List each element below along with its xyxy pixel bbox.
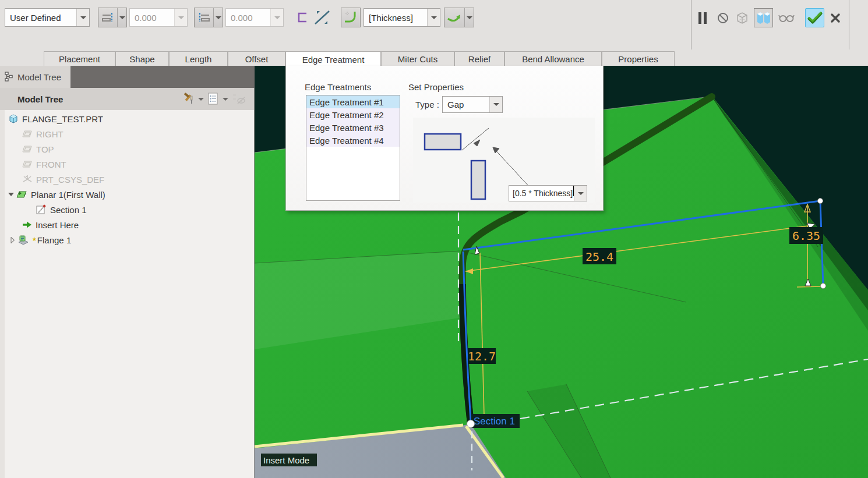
tree-row-flange[interactable]: * Flange 1 [8, 232, 71, 247]
chevron-down-icon[interactable] [213, 8, 223, 27]
length-start-split-button[interactable] [194, 8, 223, 27]
tab-bend-allowance[interactable]: Bend Allowance [504, 51, 602, 66]
bend-radius-icon[interactable] [341, 8, 360, 27]
pause-icon[interactable] [696, 10, 710, 26]
chevron-down-icon[interactable] [464, 8, 474, 27]
model-tree-panel: Model Tree Model Tree FLANGE_TEST.PRT [0, 66, 255, 478]
tree-row-part[interactable]: FLANGE_TEST.PRT [7, 111, 103, 126]
profile-vertex-handle[interactable] [818, 199, 823, 204]
tree-settings-icon[interactable] [207, 93, 219, 105]
length1-input[interactable]: 0.000 [129, 8, 188, 27]
edge-treatments-label: Edge Treatments [305, 82, 371, 92]
tree-icon [5, 72, 13, 82]
tree-row-csys[interactable]: PRT_CSYS_DEF [21, 172, 104, 187]
open-profile-icon[interactable] [295, 10, 311, 24]
chevron-down-icon[interactable] [489, 97, 502, 112]
tree-row-insert-here[interactable]: Insert Here [21, 217, 79, 232]
tree-label[interactable]: Insert Here [36, 220, 79, 230]
no-preview-icon[interactable] [717, 12, 729, 24]
edge-treatment-item[interactable]: Edge Treatment #2 [306, 108, 400, 121]
bend-radius-combo[interactable]: [Thickness] [364, 8, 440, 27]
plate-vertical [471, 161, 485, 199]
edge-treatment-panel: Edge Treatments Edge Treatment #1 Edge T… [285, 66, 604, 211]
edge-treatment-item[interactable]: Edge Treatment #4 [306, 134, 400, 147]
model-tree-tab-label: Model Tree [17, 72, 61, 82]
profile-vertex-handle[interactable] [821, 284, 826, 289]
ok-check-icon[interactable] [805, 8, 824, 27]
bend-relief-icon[interactable] [444, 8, 464, 27]
length1-value: 0.000 [130, 9, 174, 26]
chevron-down-icon[interactable] [198, 98, 204, 101]
tab-properties[interactable]: Properties [602, 51, 675, 66]
tab-relief[interactable]: Relief [454, 51, 504, 66]
tree-label[interactable]: RIGHT [36, 129, 63, 139]
verify-glasses-icon[interactable] [778, 12, 795, 24]
length-end-split-button[interactable] [98, 8, 127, 27]
collapse-triangle-icon[interactable] [7, 192, 15, 197]
datum-plane-icon [22, 160, 33, 168]
tree-label[interactable]: PRT_CSYS_DEF [36, 175, 104, 185]
type-combo[interactable]: Gap [442, 96, 503, 113]
length2-input[interactable]: 0.000 [225, 8, 284, 27]
tree-row-datum-top[interactable]: TOP [21, 141, 54, 157]
datum-plane-icon [22, 145, 33, 153]
tab-shape[interactable]: Shape [115, 51, 169, 66]
flip-direction-icon[interactable] [312, 8, 332, 27]
modified-asterisk: * [33, 235, 36, 245]
planar-wall-icon [16, 190, 27, 199]
chevron-down-icon[interactable] [574, 186, 587, 201]
tab-length[interactable]: Length [169, 51, 228, 66]
dim-gap-label[interactable]: 6.35 [792, 229, 820, 243]
edge-treatments-listbox[interactable]: Edge Treatment #1 Edge Treatment #2 Edge… [306, 95, 400, 201]
tab-offset[interactable]: Offset [228, 51, 285, 66]
toolbar-separator [691, 0, 691, 49]
bend-relief-split-button[interactable] [444, 8, 474, 27]
flange-length-start-icon[interactable] [195, 8, 213, 27]
edge-treatment-item[interactable]: Edge Treatment #3 [306, 121, 400, 134]
wireframe-preview-icon[interactable] [734, 10, 750, 26]
tree-label[interactable]: Section 1 [50, 205, 87, 215]
length2-value: 0.000 [226, 9, 270, 26]
navigator-tab-strip: Model Tree [0, 66, 255, 88]
tree-row-datum-front[interactable]: FRONT [21, 157, 66, 172]
bend-radius-button[interactable] [341, 8, 361, 27]
chevron-down-icon[interactable] [223, 98, 228, 101]
tree-label[interactable]: Flange 1 [37, 235, 71, 245]
tab-edge-treatment[interactable]: Edge Treatment [285, 51, 381, 68]
shaded-preview-icon[interactable] [754, 8, 773, 27]
chevron-down-icon [270, 9, 283, 26]
part-cube-icon [8, 114, 19, 124]
type-label: Type : [415, 100, 439, 109]
tree-row-planar-wall[interactable]: Planar 1(First Wall) [7, 187, 105, 202]
tree-label[interactable]: FLANGE_TEST.PRT [22, 114, 103, 124]
flange-preset-value: User Defined [5, 9, 76, 26]
flange-length-end-icon[interactable] [98, 8, 117, 27]
flange-preset-combo[interactable]: User Defined [5, 8, 90, 27]
chevron-down-icon[interactable] [76, 9, 89, 26]
dim-width-label[interactable]: 25.4 [585, 250, 613, 264]
insert-arrow-icon [22, 221, 32, 229]
cancel-x-icon[interactable] [828, 12, 842, 24]
tab-placement[interactable]: Placement [44, 51, 115, 66]
model-tree-tab[interactable]: Model Tree [0, 66, 70, 88]
chevron-down-icon[interactable] [117, 8, 126, 27]
tree-label[interactable]: FRONT [36, 160, 66, 169]
expand-triangle-icon[interactable] [8, 237, 16, 243]
tree-label[interactable]: TOP [36, 144, 54, 154]
bend-radius-value: [Thickness] [364, 9, 427, 26]
tree-show-hide-icon [232, 93, 246, 105]
tab-miter-cuts[interactable]: Miter Cuts [381, 51, 454, 66]
gap-value[interactable]: [0.5 * Thickness] [509, 186, 573, 201]
tree-label[interactable]: Planar 1(First Wall) [31, 190, 105, 200]
model-tree-body[interactable]: FLANGE_TEST.PRT RIGHT TOP FRONT PR [0, 110, 254, 478]
csys-icon [22, 175, 33, 184]
dim-height-label[interactable]: 12.7 [468, 349, 496, 363]
tree-tools-icon[interactable] [182, 93, 195, 105]
edge-treatment-item[interactable]: Edge Treatment #1 [306, 95, 400, 108]
tree-row-datum-right[interactable]: RIGHT [21, 126, 63, 141]
gap-value-input[interactable]: [0.5 * Thickness] [509, 185, 587, 201]
tree-row-section[interactable]: Section 1 [35, 202, 87, 217]
section-anchor-point[interactable] [467, 420, 475, 428]
section-label[interactable]: Section 1 [474, 416, 515, 427]
chevron-down-icon[interactable] [427, 9, 440, 26]
